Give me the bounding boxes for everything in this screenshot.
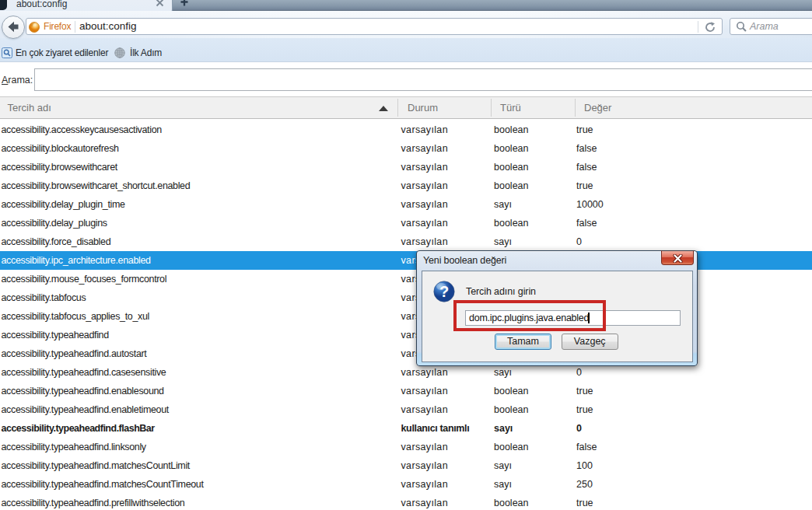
svg-text:?: ? <box>439 283 449 300</box>
